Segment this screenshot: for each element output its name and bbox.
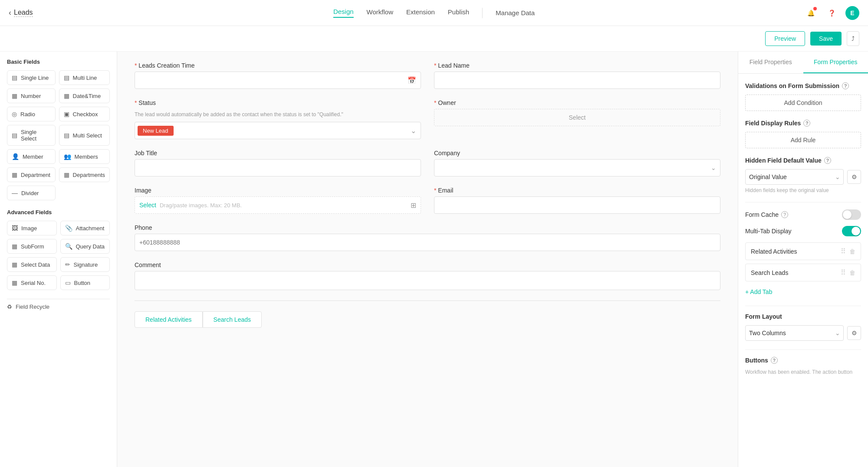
tab-publish[interactable]: Publish — [448, 8, 469, 17]
job-title-input[interactable] — [135, 159, 421, 176]
phone-input[interactable] — [135, 234, 720, 251]
form-group-job-title: Job Title — [135, 150, 421, 176]
single-select-icon: ▤ — [12, 132, 17, 139]
advanced-fields-title: Advanced Fields — [7, 209, 110, 216]
field-query-data[interactable]: 🔍 Query Data — [60, 239, 110, 254]
tab-design[interactable]: Design — [333, 8, 354, 18]
save-button[interactable]: Save — [810, 32, 842, 46]
add-condition-button[interactable]: Add Condition — [745, 95, 861, 111]
nav-right: 🔔 ❓ E — [804, 6, 859, 20]
multi-tab-row: Multi-Tab Display — [745, 226, 861, 236]
image-select-link[interactable]: Select — [139, 202, 156, 209]
share-button[interactable]: ⤴ — [847, 31, 859, 46]
field-attachment[interactable]: 📎 Attachment — [60, 221, 110, 235]
field-department[interactable]: ▦ Department — [7, 167, 56, 182]
question-icon: ❓ — [828, 10, 835, 16]
field-single-line[interactable]: ▤ Single Line — [7, 70, 56, 85]
tab-manage-data[interactable]: Manage Data — [496, 9, 535, 16]
workflow-hint: Workflow has been enabled. The action bu… — [745, 369, 861, 375]
creation-time-input[interactable] — [135, 72, 403, 88]
search-leads-drag-icon[interactable]: ⠿ — [841, 268, 846, 277]
form-layout-title: Form Layout — [745, 313, 861, 320]
form-row-1: * Leads Creation Time 📅 * Lead Name — [135, 62, 720, 89]
form-group-email: * Email — [434, 187, 720, 214]
form-tab-related-activities[interactable]: Related Activities — [135, 311, 203, 328]
action-bar: Preview Save ⤴ — [0, 26, 868, 52]
divider-icon: — — [12, 189, 18, 196]
hidden-field-select[interactable]: Original Value Current Value Empty — [745, 169, 844, 185]
tab-form-properties[interactable]: Form Properties — [803, 52, 868, 73]
form-row-4: Image Select Drag/paste images. Max: 20 … — [135, 187, 720, 214]
email-input[interactable] — [434, 196, 720, 214]
field-button[interactable]: ▭ Button — [60, 275, 110, 290]
tab-field-properties[interactable]: Field Properties — [738, 52, 803, 73]
comment-input[interactable] — [135, 271, 720, 290]
back-button[interactable]: ‹ Leads — [9, 8, 33, 17]
multi-tab-toggle[interactable] — [842, 226, 861, 236]
validations-help-icon[interactable]: ? — [842, 82, 849, 89]
hidden-field-gear-button[interactable]: ⚙ — [847, 170, 861, 184]
company-label: Company — [434, 150, 720, 157]
add-tab-button[interactable]: + Add Tab — [745, 285, 861, 299]
field-rules-help-icon[interactable]: ? — [803, 120, 810, 127]
hidden-field-help-icon[interactable]: ? — [824, 157, 831, 164]
form-cache-label: Form Cache ? — [745, 211, 788, 218]
field-members[interactable]: 👥 Members — [59, 149, 110, 164]
status-select[interactable]: New Lead ⌄ — [135, 122, 421, 139]
field-single-select[interactable]: ▤ Single Select — [7, 125, 56, 146]
validations-title: Validations on Form Submission ? — [745, 82, 861, 89]
signature-icon: ✏ — [65, 261, 70, 268]
notifications-button[interactable]: 🔔 — [804, 6, 818, 20]
search-leads-delete-icon[interactable]: 🗑 — [849, 269, 855, 276]
field-multi-line[interactable]: ▤ Multi Line — [59, 70, 110, 85]
field-serial-no[interactable]: ▦ Serial No. — [7, 275, 57, 290]
company-select[interactable] — [434, 159, 720, 176]
multi-line-icon: ▤ — [64, 74, 69, 81]
tab-workflow[interactable]: Workflow — [367, 8, 393, 17]
field-signature[interactable]: ✏ Signature — [60, 257, 110, 272]
number-icon: ▦ — [12, 92, 17, 99]
bell-icon: 🔔 — [807, 10, 815, 16]
related-activities-drag-icon[interactable]: ⠿ — [841, 247, 846, 255]
field-image[interactable]: 🖼 Image — [7, 221, 57, 235]
field-subform[interactable]: ▦ SubForm — [7, 239, 57, 254]
tab-extension[interactable]: Extension — [406, 8, 435, 17]
field-divider[interactable]: — Divider — [7, 186, 56, 200]
field-display-rules-title: Field Display Rules ? — [745, 120, 861, 127]
field-member[interactable]: 👤 Member — [7, 149, 56, 164]
form-cache-help-icon[interactable]: ? — [781, 211, 788, 218]
owner-select[interactable]: Select — [434, 109, 720, 126]
field-select-data[interactable]: ▦ Select Data — [7, 257, 57, 272]
form-layout-select[interactable]: Two Columns One Column Three Columns — [745, 325, 844, 341]
advanced-fields-grid: 🖼 Image 📎 Attachment ▦ SubForm 🔍 Query D… — [7, 221, 110, 290]
right-content: Validations on Form Submission ? Add Con… — [738, 74, 868, 391]
field-departments[interactable]: ▦ Departments — [59, 167, 110, 182]
add-rule-button[interactable]: Add Rule — [745, 132, 861, 148]
field-number[interactable]: ▦ Number — [7, 88, 56, 103]
attachment-icon: 📎 — [65, 225, 72, 232]
preview-button[interactable]: Preview — [765, 31, 805, 46]
select-data-icon: ▦ — [12, 261, 17, 268]
form-canvas: * Leads Creation Time 📅 * Lead Name — [117, 52, 738, 467]
field-radio[interactable]: ◎ Radio — [7, 107, 56, 121]
related-activities-delete-icon[interactable]: 🗑 — [849, 248, 855, 255]
lead-name-input[interactable] — [434, 72, 720, 89]
field-recycle[interactable]: ♻ Field Recycle — [7, 299, 110, 314]
buttons-title: Buttons ? — [745, 357, 861, 364]
field-multi-select[interactable]: ▤ Multi Select — [59, 125, 110, 146]
department-icon: ▦ — [12, 171, 17, 178]
field-single-select-label: Single Select — [21, 129, 51, 142]
serial-no-icon: ▦ — [12, 279, 17, 286]
form-tabs-row: Related Activities Search Leads — [135, 311, 720, 328]
form-tab-search-leads[interactable]: Search Leads — [203, 311, 262, 328]
user-avatar[interactable]: E — [845, 6, 859, 20]
field-checkbox[interactable]: ▣ Checkbox — [59, 107, 110, 121]
field-date-time[interactable]: ▦ Date&Time — [59, 88, 110, 103]
buttons-help-icon[interactable]: ? — [771, 357, 778, 364]
image-upload[interactable]: Select Drag/paste images. Max: 20 MB. ⊞ — [135, 196, 421, 214]
help-button[interactable]: ❓ — [825, 6, 838, 20]
back-arrow-icon: ‹ — [9, 8, 11, 17]
layout-gear-button[interactable]: ⚙ — [847, 326, 861, 340]
field-number-label: Number — [21, 93, 41, 99]
form-cache-toggle[interactable] — [842, 209, 861, 220]
